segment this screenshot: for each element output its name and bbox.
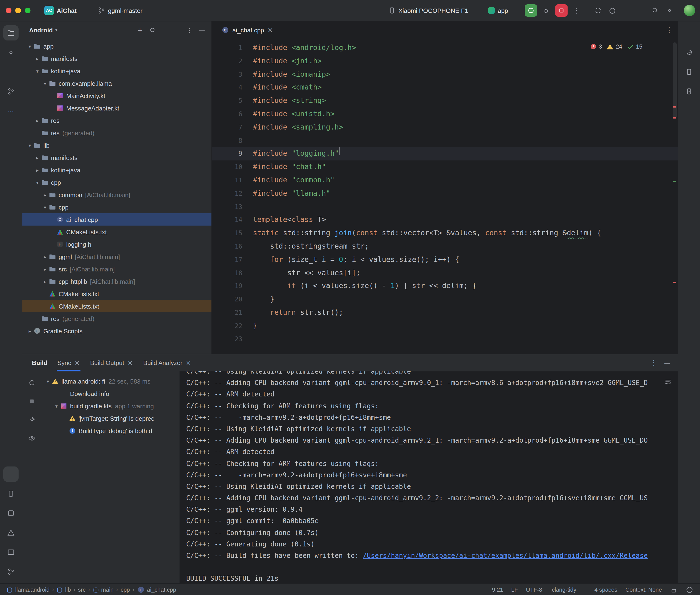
close-tab-icon[interactable]: × [186,360,191,366]
more-actions-button[interactable]: ⋮ [570,4,583,17]
error-stripe[interactable] [671,38,678,354]
gradle-button[interactable] [681,45,697,60]
search-button[interactable] [648,4,662,17]
chevron-right-icon[interactable]: ▸ [41,254,49,259]
list-button[interactable] [620,4,633,17]
build-tree-item[interactable]: Download info [41,387,179,400]
tree-item-gradle-scripts[interactable]: ▸GGradle Scripts [22,325,212,337]
chevron-right-icon[interactable]: ▸ [34,56,41,61]
problems-button[interactable] [3,525,19,540]
device-selector[interactable]: Xiaomi POCOPHONE F1 [385,5,482,16]
soft-wrap-button[interactable] [662,376,674,387]
tree-item-cpp-httplib[interactable]: ▸cpp-httplib[AiChat.lib.main] [22,275,212,288]
device-manager-button[interactable] [681,64,697,80]
hide-panel-icon[interactable]: — [664,360,670,366]
lock-widget[interactable] [670,586,678,594]
build-button[interactable] [3,466,19,482]
chevron-right-icon[interactable]: ▸ [41,192,49,197]
breadcrumb-item[interactable]: Cai_chat.cpp [137,586,176,594]
editor-options-kebab-icon[interactable]: ⋮ [666,26,673,34]
run-configuration-selector[interactable]: app [485,5,522,16]
chevron-right-icon[interactable]: ▸ [34,155,41,160]
chevron-down-icon[interactable]: ▾ [44,378,52,384]
editor-tab[interactable]: C ai_chat.cpp × [217,22,278,38]
chevron-right-icon[interactable]: ▸ [26,328,33,334]
build-tree-item[interactable]: 'jvmTarget: String' is deprec [41,412,179,425]
build-tab-sync[interactable]: Sync× [52,354,85,371]
close-tab-icon[interactable]: × [268,27,273,33]
tree-item-logging-h[interactable]: Hlogging.h [22,238,212,251]
rerun-app-button[interactable] [525,4,537,17]
build-console[interactable]: C/C++: -- Using KleidiAI optimized kerne… [179,371,678,584]
change-mark[interactable] [673,181,676,182]
breadcrumb-item[interactable]: src [78,587,85,593]
puzzle-button[interactable] [634,4,648,17]
running-devices-button[interactable] [681,84,697,99]
stop-gray-button[interactable] [26,395,38,407]
tree-item-mainactivity-kt[interactable]: MainActivity.kt [22,89,212,102]
chevron-down-icon[interactable]: ▾ [34,68,41,74]
terminal-button[interactable] [3,544,19,560]
settings-button[interactable] [663,4,676,17]
tree-item-manifests[interactable]: ▸manifests [22,151,212,164]
minimize-window-button[interactable] [15,8,21,13]
expand-all-button[interactable] [159,24,171,36]
branch-widget[interactable]: ggml-master [94,5,156,16]
tree-item-kotlin-java[interactable]: ▸kotlin+java [22,164,212,176]
notifications-button[interactable] [681,25,697,40]
file-link[interactable]: /Users/hanyin/Workspace/ai-chat/examples… [363,552,648,559]
tree-item-cmakelists-txt[interactable]: CMakeLists.txt [22,300,212,312]
chevron-right-icon[interactable]: ▸ [41,266,49,272]
version-control-button[interactable] [3,564,19,579]
indent-style-widget[interactable]: 4 spaces [585,586,617,594]
caret-position-widget[interactable]: 9:21 [492,587,503,593]
collapse-all-button[interactable] [171,24,183,36]
pull-requests-button[interactable] [3,84,19,99]
chevron-right-icon[interactable]: ▸ [34,167,41,173]
rerun-button[interactable] [26,377,38,388]
tree-item-lib[interactable]: ▾lib [22,139,212,151]
tree-item-res[interactable]: res(generated) [22,127,212,139]
more-vertical-button[interactable]: ⋮ [184,24,195,36]
maximize-window-button[interactable] [25,8,30,13]
debug-button[interactable] [540,4,552,17]
close-tab-icon[interactable]: × [75,360,80,366]
build-options-kebab-icon[interactable]: ⋮ [650,359,657,366]
project-view-title[interactable]: Android [29,26,53,34]
app-inspection-button[interactable] [3,506,19,521]
line-separator-widget[interactable]: LF [511,587,518,593]
chevron-right-icon[interactable]: ▸ [34,118,41,123]
chevron-down-icon[interactable]: ▾ [41,204,49,210]
tree-item-ai-chat-cpp[interactable]: Cai_chat.cpp [22,213,212,226]
error-mark[interactable] [673,117,676,119]
tree-item-res[interactable]: ▸res [22,114,212,127]
error-mark[interactable] [673,106,676,108]
structure-button[interactable] [3,64,19,80]
trash-button[interactable] [662,412,674,424]
user-avatar[interactable] [684,5,695,16]
build-tab-build-analyzer[interactable]: Build Analyzer× [138,354,196,371]
code-editor[interactable]: 1#include <android/log.h>2#include <jni.… [212,38,678,354]
tree-item-messageadapter-kt[interactable]: MessageAdapter.kt [22,102,212,114]
build-tree-item[interactable]: ▾build.gradle.ktsapp 1 warning [41,400,179,412]
profiler-button[interactable] [606,4,619,17]
clang-tidy-widget[interactable]: .clang-tidy [550,587,576,593]
next-problem-icon[interactable] [659,43,666,51]
tree-item-res[interactable]: res(generated) [22,312,212,325]
minus-button[interactable]: — [196,24,208,36]
breadcrumb-item[interactable]: cpp [120,587,130,593]
inspection-widget[interactable]: 3 24 15 [589,43,666,51]
error-mark[interactable] [673,282,676,283]
previous-problem-icon[interactable] [647,43,654,51]
tree-item-app[interactable]: ▾app [22,40,212,52]
build-tree-item[interactable]: BuildType 'debug' is both d [41,425,179,437]
build-tree-item[interactable]: ▾llama.android: fi22 sec, 583 ms [41,375,179,387]
locate-button[interactable] [147,24,158,36]
chevron-down-icon[interactable]: ▾ [34,180,41,185]
chevron-down-icon[interactable]: ▾ [53,403,60,408]
more-horizontal-button[interactable]: ⋯ [3,103,19,119]
sync-button[interactable] [591,4,605,17]
breadcrumb-item[interactable]: llama.android [7,587,50,593]
chevron-down-icon[interactable]: ▾ [26,143,33,148]
close-window-button[interactable] [6,8,11,13]
